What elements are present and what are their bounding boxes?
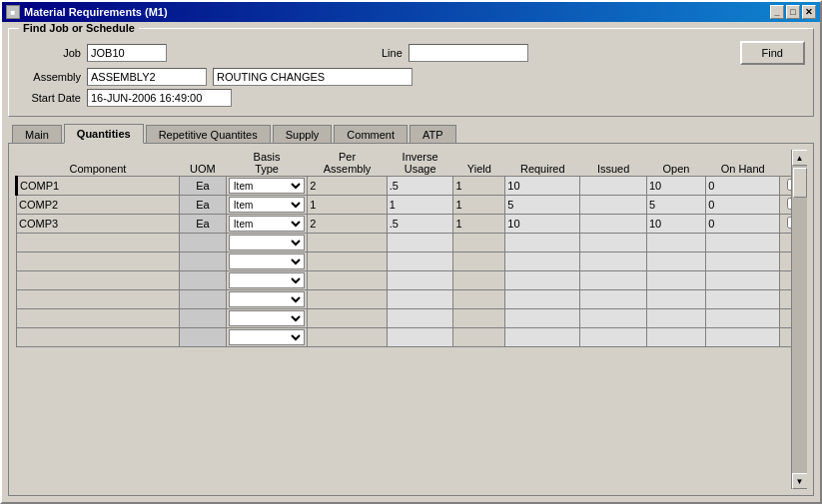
scroll-down-button[interactable]: ▼ xyxy=(792,473,808,489)
header-uom: UOM xyxy=(179,150,226,177)
cell-required-empty xyxy=(505,309,580,328)
table-row-empty xyxy=(17,271,807,290)
start-date-input[interactable] xyxy=(87,89,232,107)
vertical-scrollbar[interactable]: ▲ ▼ xyxy=(791,150,807,489)
tab-quantities[interactable]: Quantities xyxy=(64,124,144,144)
assembly-input[interactable] xyxy=(87,68,207,86)
table-row-empty xyxy=(17,309,807,328)
basis-type-select-empty[interactable] xyxy=(229,253,305,269)
cell-basis-type[interactable]: Item xyxy=(226,196,307,215)
title-bar-left: ■ Material Requirements (M1) xyxy=(6,5,168,19)
cell-yield-empty xyxy=(453,309,505,328)
find-section-title: Find Job or Schedule xyxy=(19,22,139,34)
find-section: Find Job or Schedule Job Line Find Assem… xyxy=(8,28,814,117)
cell-basis-type[interactable]: Item xyxy=(226,177,307,196)
cell-per-empty xyxy=(308,271,388,290)
scroll-up-button[interactable]: ▲ xyxy=(792,150,808,166)
basis-type-select-empty[interactable] xyxy=(229,272,305,288)
cell-uom: Ea xyxy=(179,177,226,196)
cell-issued-empty xyxy=(580,309,647,328)
cell-yield[interactable]: 1 xyxy=(453,196,505,215)
table-header-row: Component UOM BasisType PerAssembly Inve… xyxy=(17,150,807,177)
close-button[interactable]: ✕ xyxy=(802,5,816,19)
find-button[interactable]: Find xyxy=(740,41,805,65)
cell-basis-empty[interactable] xyxy=(226,271,307,290)
cell-issued xyxy=(580,177,647,196)
cell-open-empty xyxy=(646,290,705,309)
tab-atp[interactable]: ATP xyxy=(410,125,456,145)
cell-component[interactable]: COMP3 xyxy=(17,215,180,234)
basis-type-select-empty[interactable] xyxy=(229,235,305,251)
cell-component-empty xyxy=(17,309,180,328)
scroll-thumb[interactable] xyxy=(793,168,807,198)
job-input[interactable] xyxy=(87,44,167,62)
cell-yield-empty xyxy=(453,271,505,290)
table-row-empty xyxy=(17,252,807,271)
basis-type-select-empty[interactable] xyxy=(229,291,305,307)
cell-per-empty xyxy=(308,234,388,252)
cell-required-empty xyxy=(505,234,580,252)
cell-basis-type[interactable]: Item xyxy=(226,215,307,234)
line-label: Line xyxy=(379,47,409,59)
tab-comment[interactable]: Comment xyxy=(334,125,408,145)
title-bar-controls[interactable]: _ □ ✕ xyxy=(770,5,816,19)
basis-type-select[interactable]: Item xyxy=(229,216,305,232)
cell-onhand-empty xyxy=(706,290,780,309)
tab-repetitive[interactable]: Repetitive Quantites xyxy=(146,125,271,145)
cell-open-empty xyxy=(646,328,705,347)
cell-component[interactable]: COMP2 xyxy=(17,196,180,215)
cell-per-empty xyxy=(308,290,388,309)
cell-basis-empty[interactable] xyxy=(226,252,307,271)
cell-onhand-empty xyxy=(706,309,780,328)
cell-open-empty xyxy=(646,252,705,271)
cell-required-empty xyxy=(505,252,580,271)
cell-per-assembly[interactable]: 2 xyxy=(308,215,388,234)
minimize-button[interactable]: _ xyxy=(770,5,784,19)
basis-type-select[interactable]: Item xyxy=(229,197,305,213)
cell-open-empty xyxy=(646,309,705,328)
cell-inverse-empty xyxy=(387,252,453,271)
cell-inverse-usage: .5 xyxy=(387,215,453,234)
cell-yield[interactable]: 1 xyxy=(453,177,505,196)
cell-yield[interactable]: 1 xyxy=(453,215,505,234)
routing-input[interactable] xyxy=(213,68,412,86)
cell-per-assembly[interactable]: 1 xyxy=(308,196,388,215)
cell-uom-empty xyxy=(179,328,226,347)
cell-issued-empty xyxy=(580,290,647,309)
cell-inverse-empty xyxy=(387,309,453,328)
cell-onhand-empty xyxy=(706,328,780,347)
basis-type-select-empty[interactable] xyxy=(229,329,305,345)
header-on-hand: On Hand xyxy=(706,150,780,177)
tab-supply[interactable]: Supply xyxy=(273,125,333,145)
tab-bar: Main Quantities Repetitive Quantites Sup… xyxy=(8,123,814,143)
maximize-button[interactable]: □ xyxy=(786,5,800,19)
cell-component-empty xyxy=(17,234,180,252)
cell-issued xyxy=(580,215,647,234)
cell-required-empty xyxy=(505,328,580,347)
cell-basis-empty[interactable] xyxy=(226,234,307,252)
cell-open: 5 xyxy=(646,196,705,215)
start-date-label: Start Date xyxy=(17,92,87,104)
cell-component[interactable]: COMP1 xyxy=(17,177,180,196)
main-window: ■ Material Requirements (M1) _ □ ✕ Find … xyxy=(0,0,822,504)
tab-main[interactable]: Main xyxy=(12,125,62,145)
cell-issued-empty xyxy=(580,328,647,347)
basis-type-select[interactable]: Item xyxy=(229,178,305,194)
line-input[interactable] xyxy=(409,44,528,62)
cell-uom: Ea xyxy=(179,196,226,215)
cell-basis-empty[interactable] xyxy=(226,309,307,328)
cell-basis-empty[interactable] xyxy=(226,328,307,347)
cell-required-empty xyxy=(505,271,580,290)
cell-onhand-empty xyxy=(706,234,780,252)
cell-basis-empty[interactable] xyxy=(226,290,307,309)
header-yield: Yield xyxy=(453,150,505,177)
cell-component-empty xyxy=(17,290,180,309)
window-title: Material Requirements (M1) xyxy=(24,6,168,18)
basis-type-select-empty[interactable] xyxy=(229,310,305,326)
cell-uom-empty xyxy=(179,271,226,290)
job-label: Job xyxy=(17,47,87,59)
cell-per-assembly[interactable]: 2 xyxy=(308,177,388,196)
cell-required: 10 xyxy=(505,215,580,234)
tab-content: Component UOM BasisType PerAssembly Inve… xyxy=(8,143,814,496)
header-issued: Issued xyxy=(580,150,647,177)
